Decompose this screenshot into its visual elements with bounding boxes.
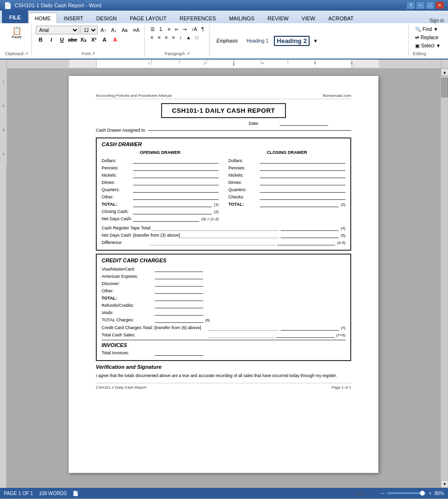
- style-emphasis[interactable]: Emphasis: [213, 37, 241, 45]
- field-pennies-close: Pennies:: [228, 165, 345, 171]
- scroll-down-btn[interactable]: ▼: [441, 480, 448, 488]
- line-spacing-btn[interactable]: ↕: [178, 34, 184, 41]
- document-title: CSH101-1 DAILY CASH REPORT: [161, 103, 285, 118]
- footer-left: CSH101-1 Daily Cash Report: [96, 385, 147, 390]
- align-left-btn[interactable]: ≡: [149, 34, 155, 41]
- align-center-btn[interactable]: ≡: [156, 34, 163, 41]
- tab-acrobat[interactable]: ACROBAT: [322, 13, 359, 23]
- font-name-select[interactable]: Arial: [36, 26, 79, 34]
- justify-btn[interactable]: ≡: [170, 34, 177, 41]
- layout-icon[interactable]: 📄: [73, 491, 78, 496]
- zoom-slider[interactable]: [387, 492, 426, 494]
- footer-right: Page 1 of 1: [331, 385, 351, 390]
- strikethrough-btn[interactable]: abc: [68, 35, 77, 45]
- tab-mailings[interactable]: MAILINGS: [223, 13, 261, 23]
- change-case-btn[interactable]: Aa: [119, 27, 129, 34]
- underline-btn[interactable]: U: [57, 35, 67, 45]
- date-field[interactable]: [280, 121, 328, 126]
- paste-btn[interactable]: 📋 Paste: [10, 26, 23, 41]
- shading-btn[interactable]: ▲: [184, 34, 193, 41]
- zoom-thumb[interactable]: [420, 491, 425, 496]
- svg-text:4: 4: [2, 152, 4, 156]
- field-total-credit: TOTAL:: [102, 295, 345, 301]
- shrink-font-btn[interactable]: A↓: [109, 27, 119, 34]
- numbering-btn[interactable]: 1.: [157, 26, 165, 33]
- svg-text:1: 1: [2, 80, 4, 83]
- select-btn[interactable]: ▣ Select ▼: [413, 42, 443, 49]
- zoom-out-btn[interactable]: ─: [381, 491, 384, 496]
- clear-format-btn[interactable]: ✕A: [131, 27, 142, 34]
- find-btn[interactable]: 🔍 Find ▼: [413, 26, 443, 33]
- tab-references[interactable]: REFERENCES: [173, 13, 222, 23]
- tab-page-layout[interactable]: PAGE LAYOUT: [123, 13, 173, 23]
- svg-text:4: 4: [262, 61, 264, 65]
- font-color-btn[interactable]: A: [110, 35, 120, 45]
- svg-text:1: 1: [148, 61, 150, 65]
- replace-btn[interactable]: ⇄ Replace: [413, 34, 443, 41]
- field-pennies-open: Pennies:: [102, 165, 219, 171]
- close-btn[interactable]: ✕: [435, 1, 444, 9]
- styles-label: Styles ↗: [354, 490, 371, 496]
- grow-font-btn[interactable]: A↑: [99, 27, 108, 34]
- font-controls: Arial 12 A↑ A↓ Aa ✕A B I U abc X₂ X² A A: [36, 26, 141, 45]
- tab-view[interactable]: VIEW: [295, 13, 321, 23]
- title-bar-text: CSH101-1 Daily Cash Report - Word: [15, 2, 102, 8]
- increase-indent-btn[interactable]: ⇒: [181, 26, 189, 33]
- scroll-up-btn[interactable]: ▲: [441, 68, 448, 76]
- help-btn[interactable]: ?: [406, 1, 415, 9]
- cash-drawer-columns: OPENING DRAWER Dollars: Pennies: Nickels…: [102, 150, 345, 223]
- paste-icon: 📋: [12, 27, 22, 35]
- zoom-level[interactable]: 80%: [434, 491, 444, 496]
- maximize-btn[interactable]: □: [426, 1, 434, 9]
- verification-title: Verification and Signature: [96, 364, 351, 370]
- title-bar: 📄 CSH101-1 Daily Cash Report - Word ? ─ …: [0, 0, 448, 11]
- tab-design[interactable]: DESIGN: [90, 13, 123, 23]
- border-btn[interactable]: □: [194, 34, 200, 41]
- svg-text:2: 2: [204, 61, 206, 65]
- vertical-scrollbar[interactable]: ▲ ▼: [440, 68, 448, 488]
- decrease-indent-btn[interactable]: ⇐: [173, 26, 180, 33]
- styles-more-btn[interactable]: ▼: [312, 27, 319, 56]
- word-icon: 📄: [4, 2, 12, 9]
- superscript-btn[interactable]: X²: [89, 35, 99, 45]
- zoom-in-btn[interactable]: +: [429, 491, 432, 496]
- style-heading1[interactable]: Heading 1: [243, 37, 272, 45]
- align-right-btn[interactable]: ≡: [163, 34, 170, 41]
- field-other-credit: Other:: [102, 288, 345, 294]
- bold-btn[interactable]: B: [36, 35, 45, 45]
- field-discover: Discover:: [102, 281, 345, 287]
- group-editing: 🔍 Find ▼ ⇄ Replace ▣ Select ▼ Editing: [410, 25, 446, 57]
- tab-review[interactable]: REVIEW: [261, 13, 295, 23]
- font-size-select[interactable]: 12: [80, 26, 98, 34]
- multilevel-btn[interactable]: ≡: [166, 26, 173, 33]
- sort-btn[interactable]: ↕A: [189, 26, 199, 33]
- assigned-field[interactable]: [148, 130, 351, 131]
- status-bar: PAGE 1 OF 1 109 WORDS 📄 ─ + 80%: [0, 488, 448, 499]
- field-total-open: TOTAL: (1): [102, 201, 219, 207]
- scroll-track[interactable]: [441, 76, 448, 480]
- highlight-btn[interactable]: A: [100, 35, 109, 45]
- field-total-charges: TOTAL Charges: (6): [102, 317, 345, 323]
- field-refunds: Refunds/Credits:: [102, 302, 345, 308]
- svg-text:3: 3: [2, 128, 4, 132]
- window-controls[interactable]: ? ─ □ ✕: [406, 1, 444, 9]
- svg-text:3: 3: [233, 62, 235, 66]
- italic-btn[interactable]: I: [46, 35, 56, 45]
- ruler-side-left: [0, 60, 7, 68]
- replace-icon: ⇄: [415, 35, 419, 40]
- style-heading2[interactable]: Heading 2: [274, 36, 310, 46]
- tab-insert[interactable]: INSERT: [58, 13, 90, 23]
- charges-transfer-row: Credit Card Charges Total: [transfer fro…: [102, 325, 345, 331]
- minimize-btn[interactable]: ─: [416, 1, 425, 9]
- bullets-btn[interactable]: ☰: [149, 26, 157, 33]
- pilcrow-btn[interactable]: ¶: [199, 26, 206, 33]
- subscript-btn[interactable]: X₂: [78, 35, 88, 45]
- ruler-svg: 1 2 3 4 5 6: [69, 60, 379, 68]
- sign-in[interactable]: Sign in: [429, 18, 448, 23]
- page-container: Accounting Policies and Procedures Manua…: [7, 68, 440, 488]
- tab-home[interactable]: HOME: [29, 13, 57, 23]
- tab-file[interactable]: FILE: [2, 11, 28, 23]
- scroll-thumb[interactable]: [441, 78, 448, 97]
- field-nickels-close: Nickels:: [228, 172, 345, 178]
- doc-header: Accounting Policies and Procedures Manua…: [96, 93, 351, 99]
